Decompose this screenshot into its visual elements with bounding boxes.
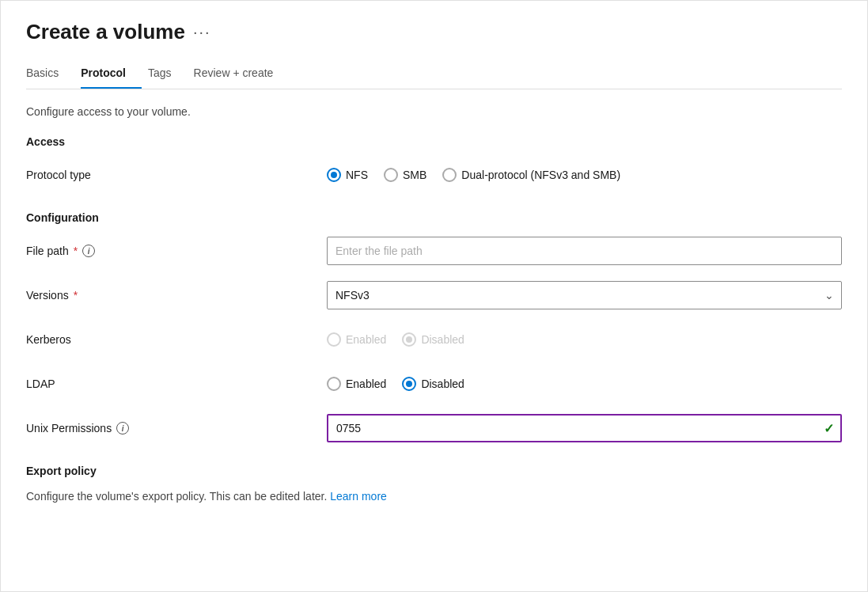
access-section: Access Protocol type NFS SMB bbox=[26, 135, 842, 189]
kerberos-control: Enabled Disabled bbox=[327, 332, 842, 347]
ldap-radio-group: Enabled Disabled bbox=[327, 377, 842, 391]
kerberos-radio-group: Enabled Disabled bbox=[327, 332, 842, 347]
more-options-icon[interactable]: ··· bbox=[193, 23, 211, 41]
ldap-disabled-label: Disabled bbox=[421, 378, 464, 390]
protocol-nfs-option[interactable]: NFS bbox=[327, 168, 368, 182]
tab-protocol[interactable]: Protocol bbox=[81, 60, 142, 89]
ldap-enabled-label: Enabled bbox=[346, 378, 386, 390]
page-title-row: Create a volume ··· bbox=[26, 20, 842, 44]
versions-row: Versions * NFSv3 NFSv4.1 ⌄ bbox=[26, 281, 842, 309]
unix-permissions-row: Unix Permissions i ✓ bbox=[26, 414, 842, 442]
export-policy-section: Export policy Configure the volume's exp… bbox=[26, 465, 842, 503]
unix-permissions-wrapper: ✓ bbox=[327, 414, 842, 442]
configuration-section: Configuration File path * i Versions * N… bbox=[26, 211, 842, 442]
page-subtitle: Configure access to your volume. bbox=[26, 105, 842, 118]
protocol-smb-option[interactable]: SMB bbox=[384, 168, 426, 182]
versions-control: NFSv3 NFSv4.1 ⌄ bbox=[327, 281, 842, 309]
kerberos-label: Kerberos bbox=[26, 333, 327, 346]
dual-radio-button[interactable] bbox=[442, 168, 457, 182]
ldap-enabled-radio[interactable] bbox=[327, 377, 341, 391]
versions-select[interactable]: NFSv3 NFSv4.1 bbox=[327, 281, 842, 309]
kerberos-disabled-option: Disabled bbox=[402, 332, 464, 347]
kerberos-disabled-label: Disabled bbox=[421, 333, 464, 346]
tab-tags[interactable]: Tags bbox=[148, 60, 188, 89]
file-path-required: * bbox=[74, 245, 78, 257]
nfs-label: NFS bbox=[346, 169, 368, 181]
versions-label: Versions * bbox=[26, 289, 327, 302]
file-path-control bbox=[327, 237, 842, 265]
smb-radio-button[interactable] bbox=[384, 168, 398, 182]
configuration-section-title: Configuration bbox=[26, 211, 842, 224]
ldap-disabled-option[interactable]: Disabled bbox=[402, 377, 464, 391]
file-path-row: File path * i bbox=[26, 237, 842, 265]
ldap-control: Enabled Disabled bbox=[327, 377, 842, 391]
tab-bar: Basics Protocol Tags Review + create bbox=[26, 60, 842, 89]
kerberos-enabled-option: Enabled bbox=[327, 332, 386, 347]
protocol-type-row: Protocol type NFS SMB Dual-protocol (NFS… bbox=[26, 161, 842, 189]
unix-permissions-input[interactable] bbox=[327, 414, 842, 442]
unix-permissions-label: Unix Permissions i bbox=[26, 422, 327, 435]
unix-permissions-control: ✓ bbox=[327, 414, 842, 442]
protocol-dual-option[interactable]: Dual-protocol (NFSv3 and SMB) bbox=[442, 168, 620, 182]
tab-review-create[interactable]: Review + create bbox=[194, 60, 290, 89]
export-policy-title: Export policy bbox=[26, 465, 842, 477]
kerberos-enabled-label: Enabled bbox=[346, 333, 386, 346]
protocol-radio-group: NFS SMB Dual-protocol (NFSv3 and SMB) bbox=[327, 168, 842, 182]
versions-required: * bbox=[74, 289, 78, 302]
learn-more-link[interactable]: Learn more bbox=[330, 490, 387, 503]
ldap-disabled-radio[interactable] bbox=[402, 377, 416, 391]
dual-label: Dual-protocol (NFSv3 and SMB) bbox=[461, 169, 620, 181]
tab-basics[interactable]: Basics bbox=[26, 60, 74, 89]
ldap-enabled-option[interactable]: Enabled bbox=[327, 377, 386, 391]
file-path-input[interactable] bbox=[327, 237, 842, 265]
ldap-label: LDAP bbox=[26, 378, 327, 390]
protocol-type-label: Protocol type bbox=[26, 169, 327, 181]
nfs-radio-button[interactable] bbox=[327, 168, 341, 182]
file-path-info-icon[interactable]: i bbox=[82, 245, 95, 257]
unix-permissions-valid-icon: ✓ bbox=[824, 421, 834, 436]
ldap-row: LDAP Enabled Disabled bbox=[26, 370, 842, 398]
kerberos-row: Kerberos Enabled Disabled bbox=[26, 325, 842, 354]
export-policy-description: Configure the volume's export policy. Th… bbox=[26, 490, 842, 503]
kerberos-enabled-radio bbox=[327, 332, 341, 347]
page-title: Create a volume bbox=[26, 20, 185, 44]
versions-select-wrapper: NFSv3 NFSv4.1 ⌄ bbox=[327, 281, 842, 309]
protocol-type-control: NFS SMB Dual-protocol (NFSv3 and SMB) bbox=[327, 168, 842, 182]
kerberos-disabled-radio bbox=[402, 332, 416, 347]
file-path-label: File path * i bbox=[26, 245, 327, 257]
page-container: Create a volume ··· Basics Protocol Tags… bbox=[0, 0, 868, 592]
unix-permissions-info-icon[interactable]: i bbox=[116, 422, 129, 435]
smb-label: SMB bbox=[403, 169, 426, 181]
access-section-title: Access bbox=[26, 135, 842, 148]
